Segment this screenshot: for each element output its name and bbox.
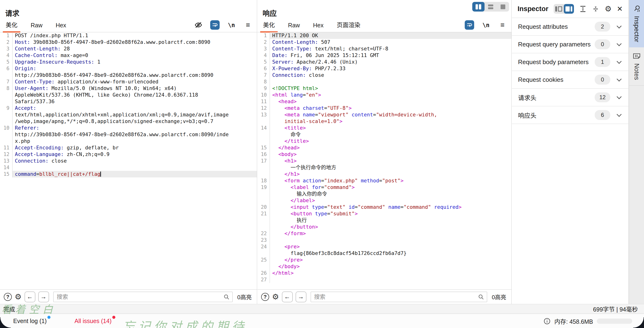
search-next-button[interactable]: → <box>38 292 49 302</box>
line-number: 19 <box>257 184 270 191</box>
section-label: Request cookies <box>518 76 563 83</box>
inspector-section-Request attributes[interactable]: Request attributes2 <box>512 18 628 35</box>
code-line: 一个执行命令的地方 <box>257 164 512 171</box>
search-settings-gear-icon[interactable]: ⚙ <box>15 293 22 301</box>
code-line: text/html,application/xhtml+xml,applicat… <box>0 111 257 118</box>
all-issues-notification-dot <box>112 316 115 319</box>
collapse-all-icon[interactable] <box>592 5 600 13</box>
response-tab-icons: \n ≡ <box>465 20 507 32</box>
editor-menu-icon[interactable]: ≡ <box>243 20 253 30</box>
search-settings-gear-icon[interactable]: ⚙ <box>272 293 279 301</box>
inspector-settings-gear-icon[interactable]: ⚙ <box>604 5 612 13</box>
request-editor[interactable]: 1POST /index.php HTTP/1.12Host: 39b083b0… <box>0 32 257 289</box>
word-wrap-icon[interactable] <box>210 20 220 30</box>
side-tab-inspector-label: Inspector <box>633 16 640 42</box>
section-count-badge: 1 <box>595 57 610 67</box>
info-icon[interactable] <box>544 318 550 325</box>
line-number: 4 <box>0 52 12 59</box>
line-number <box>257 118 270 125</box>
response-search-input[interactable] <box>311 292 487 302</box>
tab-美化[interactable]: 美化 <box>262 18 276 32</box>
line-number <box>257 224 270 230</box>
line-number <box>257 171 270 177</box>
code-line: 1HTTP/1.1 200 OK <box>257 32 512 39</box>
notes-tab-icon <box>632 52 641 60</box>
dock-right-button[interactable] <box>564 4 574 14</box>
help-icon[interactable]: ? <box>261 293 269 301</box>
line-number: 21 <box>257 210 270 217</box>
expand-all-icon[interactable] <box>579 5 587 13</box>
tab-页面渲染[interactable]: 页面渲染 <box>336 18 362 32</box>
chevron-down-icon <box>617 94 622 99</box>
line-number: 25 <box>257 257 270 263</box>
line-number: 16 <box>257 151 270 158</box>
inspector-sections: Request attributes2Request query paramet… <box>512 18 628 124</box>
inspector-section-响应头[interactable]: 响应头6 <box>512 106 628 124</box>
search-prev-button[interactable]: ← <box>282 292 293 302</box>
hide-highlight-eye-slash-icon[interactable] <box>194 20 203 30</box>
request-highlight-count: 0高亮 <box>237 293 252 301</box>
dock-left-button[interactable] <box>554 4 564 14</box>
tab-Raw[interactable]: Raw <box>286 20 301 32</box>
tab-Raw[interactable]: Raw <box>29 20 44 32</box>
line-number <box>0 131 12 138</box>
line-number: 7 <box>257 72 270 78</box>
code-line: 4Cache-Control: max-age=0 <box>0 52 257 59</box>
memory-indicator: 内存: 458.6MB <box>544 317 632 326</box>
code-line: 13 <meta name="viewport" content="width=… <box>257 111 512 118</box>
search-icon <box>478 294 484 300</box>
inspector-title: Inspector <box>518 5 548 13</box>
line-number <box>0 98 12 105</box>
code-line: 7Connection: close <box>257 72 512 78</box>
chevron-down-icon <box>617 112 622 117</box>
code-line: 19 <label for="command"> <box>257 184 512 191</box>
side-tab-notes[interactable]: Notes <box>629 47 644 85</box>
code-line: 26</html> <box>257 270 512 276</box>
inspector-section-Request query parameters[interactable]: Request query parameters0 <box>512 35 628 53</box>
line-number: 17 <box>257 158 270 164</box>
code-line: 14 <title> <box>257 125 512 131</box>
code-line: initial-scale=1.0"> <box>257 118 512 125</box>
inspector-section-请求头[interactable]: 请求头12 <box>512 88 628 106</box>
code-line: 6X-Powered-By: PHP/7.2.33 <box>257 65 512 72</box>
response-tab-row: 美化RawHex页面渲染 \n ≡ <box>257 20 512 32</box>
line-number: 9 <box>257 85 270 92</box>
inspector-section-Request cookies[interactable]: Request cookies0 <box>512 71 628 88</box>
search-prev-button[interactable]: ← <box>24 292 36 302</box>
tab-Hex[interactable]: Hex <box>312 20 325 32</box>
request-search-row: ? ⚙ ← → 0高亮 <box>0 289 257 304</box>
chevron-down-icon <box>617 23 622 28</box>
inspector-section-Request body parameters[interactable]: Request body parameters1 <box>512 53 628 71</box>
code-line: </title> <box>257 138 512 144</box>
word-wrap-icon[interactable] <box>465 20 474 30</box>
request-search-input[interactable] <box>53 292 232 302</box>
search-next-button[interactable]: → <box>296 292 306 302</box>
help-icon[interactable]: ? <box>4 293 12 301</box>
line-number: 10 <box>257 92 270 98</box>
request-panel-title: 请求 <box>5 7 19 18</box>
tab-美化[interactable]: 美化 <box>4 18 19 32</box>
chevron-down-icon <box>617 41 622 46</box>
section-count-badge: 6 <box>595 110 610 120</box>
line-number: 12 <box>257 105 270 111</box>
layout-single-button[interactable] <box>497 2 509 11</box>
code-line: </label> <box>257 197 512 204</box>
line-number: 8 <box>257 78 270 85</box>
chevron-down-icon <box>617 59 622 64</box>
code-line: 20 <input type="text" id="command" name=… <box>257 204 512 210</box>
response-editor[interactable]: 1HTTP/1.1 200 OK2Content-Length: 5073Con… <box>257 32 512 289</box>
memory-progress-bar <box>597 319 632 324</box>
code-line: 2Host: 39b083b0-856f-4947-8be9-d2602e88f… <box>0 39 257 45</box>
all-issues-tab[interactable]: All issues (14) <box>74 318 112 325</box>
show-newlines-icon[interactable]: \n <box>481 20 491 30</box>
side-tab-inspector[interactable]: Inspector <box>629 0 644 47</box>
layout-rows-button[interactable] <box>484 2 497 11</box>
show-newlines-icon[interactable]: \n <box>227 20 236 30</box>
chevron-down-icon <box>617 76 622 81</box>
editor-menu-icon[interactable]: ≡ <box>498 20 507 30</box>
layout-columns-button[interactable] <box>472 2 484 11</box>
inspector-close-icon[interactable]: ✕ <box>617 5 623 12</box>
code-line: flag{86bef3c8c8dacf54b1726ccd2fb6a7d7} <box>257 250 512 257</box>
tab-Hex[interactable]: Hex <box>54 20 68 32</box>
event-log-tab[interactable]: Event log (1) <box>13 318 47 325</box>
